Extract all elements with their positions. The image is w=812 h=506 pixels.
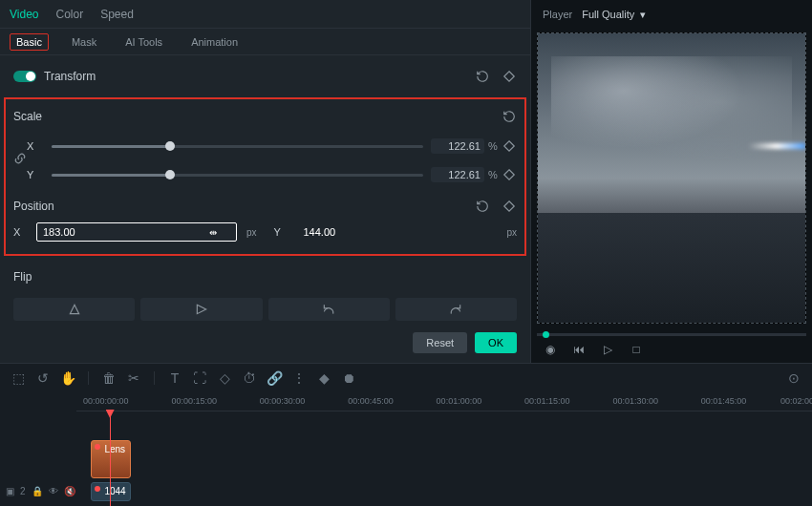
position-x-input[interactable]: 183.00 ⇹ <box>36 222 237 242</box>
rotate-cw-button[interactable] <box>395 298 517 321</box>
link-tool-icon[interactable]: 🔗 <box>266 369 283 387</box>
cut-icon[interactable]: ✂ <box>125 369 142 387</box>
position-label: Position <box>13 200 54 213</box>
preview-scrubber[interactable] <box>537 333 806 336</box>
play-icon[interactable]: ▷ <box>600 342 615 357</box>
scale-label: Scale <box>13 110 42 123</box>
ruler-tick: 00:00:30:00 <box>260 396 306 406</box>
ruler-tick: 00:00:00:00 <box>83 396 129 406</box>
highlighted-box: Scale X 122.61 <box>4 97 526 256</box>
text-tool-icon[interactable]: T <box>166 369 183 387</box>
ruler-tick: 00:00:15:00 <box>171 396 217 406</box>
chevron-down-icon: ▾ <box>640 9 646 21</box>
flip-label: Flip <box>13 270 32 284</box>
record-icon[interactable]: ◉ <box>543 342 558 357</box>
unlink-tool-icon[interactable]: ⋮ <box>290 369 308 387</box>
track-controls: ▣ 2 🔒 👁 🔇 <box>0 482 76 500</box>
timeline-toolbar: ⬚ ↺ ✋ 🗑 ✂ T ⛶ ◇ ⏱ 🔗 ⋮ ◆ ⏺ ⊙ <box>0 364 812 392</box>
adjust-icon[interactable]: ⇹ <box>209 227 217 238</box>
scale-x-unit: % <box>488 140 502 152</box>
keyframe-icon[interactable] <box>502 69 517 84</box>
timeline-panel: ⬚ ↺ ✋ 🗑 ✂ T ⛶ ◇ ⏱ 🔗 ⋮ ◆ ⏺ ⊙ 00:00:00:00 … <box>0 363 812 506</box>
stop-icon[interactable]: □ <box>629 342 644 357</box>
top-tabs: Video Color Speed <box>0 0 530 29</box>
sub-tabs: Basic Mask AI Tools Animation <box>0 29 530 55</box>
scale-y-unit: % <box>488 169 502 180</box>
reset-button[interactable]: Reset <box>413 332 467 353</box>
visibility-icon[interactable]: 👁 <box>49 486 58 496</box>
crop-tool-icon[interactable]: ⛶ <box>191 369 208 387</box>
clip-video[interactable]: 1044 <box>91 482 131 501</box>
clip-lens[interactable]: Lens <box>91 440 131 478</box>
reset-icon[interactable] <box>475 69 490 84</box>
lasso-tool-icon[interactable]: ↺ <box>34 369 52 387</box>
position-x-label: X <box>13 226 31 238</box>
step-back-icon[interactable]: ⏮ <box>571 342 587 357</box>
position-y-unit: px <box>506 227 517 238</box>
quality-dropdown[interactable]: Full Quality ▾ <box>582 9 646 21</box>
tab-speed[interactable]: Speed <box>100 8 134 21</box>
ruler-tick: 00:02:00 <box>780 396 812 406</box>
position-x-unit: px <box>246 227 257 238</box>
ruler-tick: 00:01:00:00 <box>437 396 482 406</box>
rotate-ccw-button[interactable] <box>268 298 390 321</box>
ruler-tick: 00:01:45:00 <box>701 396 747 406</box>
timeline-tracks[interactable]: Lens 1044 <box>76 411 812 506</box>
subtab-mask[interactable]: Mask <box>66 33 102 51</box>
scale-x-label: X <box>27 140 44 152</box>
ok-button[interactable]: OK <box>475 332 517 353</box>
subtab-animation[interactable]: Animation <box>185 33 244 51</box>
select-tool-icon[interactable]: ⬚ <box>10 369 27 387</box>
settings-icon[interactable]: ⊙ <box>785 369 802 387</box>
layer-count-badge: 2 <box>20 486 26 496</box>
transform-label: Transform <box>44 70 96 83</box>
position-y-label: Y <box>274 226 291 238</box>
tab-color[interactable]: Color <box>55 8 83 21</box>
layer-collapse-icon[interactable]: ▣ <box>6 486 14 496</box>
ruler-tick: 00:01:30:00 <box>612 396 658 406</box>
subtab-basic[interactable]: Basic <box>10 33 49 51</box>
scale-y-label: Y <box>27 169 44 180</box>
scale-reset-icon[interactable] <box>502 109 517 124</box>
ruler-tick: 00:01:15:00 <box>524 396 570 406</box>
record-tool-icon[interactable]: ⏺ <box>340 369 357 387</box>
link-xy-icon[interactable] <box>13 152 27 165</box>
mute-icon[interactable]: 🔇 <box>64 486 75 496</box>
playhead-line[interactable] <box>110 411 111 506</box>
delete-icon[interactable]: 🗑 <box>100 369 118 387</box>
clip-marker-icon <box>95 444 100 450</box>
flip-horizontal-button[interactable] <box>13 298 135 321</box>
scale-y-value[interactable]: 122.61 <box>431 167 484 182</box>
timeline-ruler[interactable]: 00:00:00:00 00:00:15:00 00:00:30:00 00:0… <box>76 392 812 411</box>
hand-tool-icon[interactable]: ✋ <box>59 369 76 387</box>
lock-icon[interactable]: 🔒 <box>32 486 43 496</box>
keyframe-tool-icon[interactable]: ◇ <box>216 369 233 387</box>
subtab-ai-tools[interactable]: AI Tools <box>119 33 168 51</box>
player-label: Player <box>543 9 572 20</box>
marker-icon[interactable]: ◆ <box>315 369 332 387</box>
position-keyframe-icon[interactable] <box>502 199 517 214</box>
scale-y-slider[interactable] <box>52 174 423 177</box>
transform-toggle[interactable] <box>13 71 36 82</box>
scale-x-slider[interactable] <box>52 145 423 148</box>
scale-x-value[interactable]: 122.61 <box>431 138 484 154</box>
speed-tool-icon[interactable]: ⏱ <box>241 369 258 387</box>
ruler-tick: 00:00:45:00 <box>348 396 394 406</box>
flip-vertical-button[interactable] <box>140 298 262 321</box>
position-reset-icon[interactable] <box>475 199 490 214</box>
preview-viewport[interactable] <box>537 32 806 324</box>
player-panel: Player Full Quality ▾ ◉ ⏮ ▷ □ <box>530 0 812 363</box>
position-y-input[interactable]: 144.00 <box>297 222 498 242</box>
scale-y-keyframe-icon[interactable] <box>502 167 517 182</box>
clip-marker-icon <box>95 486 100 492</box>
scale-x-keyframe-icon[interactable] <box>502 138 517 154</box>
tab-video[interactable]: Video <box>10 8 38 21</box>
inspector-panel: Video Color Speed Basic Mask AI Tools An… <box>0 0 530 363</box>
